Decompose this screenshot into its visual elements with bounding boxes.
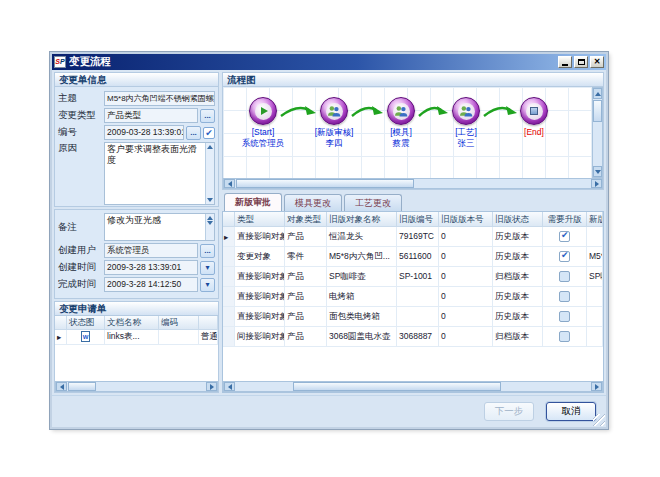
table-row[interactable]: 直接影响对象 产品 面包类电烤箱 0 历史版本 bbox=[223, 307, 603, 327]
flow-chart-canvas[interactable]: [Start] 系统管理员 bbox=[223, 87, 592, 178]
creator-ellipsis-button[interactable]: ... bbox=[200, 244, 215, 258]
reason-textarea[interactable]: 客户要求调整表面光滑度 bbox=[104, 142, 215, 205]
maximize-button[interactable] bbox=[574, 56, 588, 68]
request-table-hscrollbar[interactable] bbox=[55, 381, 218, 392]
cell-old-no: 3068887 bbox=[397, 327, 439, 347]
scroll-right-button[interactable] bbox=[206, 382, 217, 391]
scroll-left-button[interactable] bbox=[224, 382, 235, 391]
cell-new: M5*8 bbox=[587, 247, 603, 267]
flow-and-detail-panel: 流程图 bbox=[222, 72, 604, 393]
remark-scrollbar[interactable] bbox=[205, 214, 214, 240]
cell-old-ver: 0 bbox=[439, 307, 493, 327]
finish-time-input[interactable]: 2009-3-28 14:12:50 bbox=[104, 277, 198, 292]
cell-type: 直接影响对象 bbox=[235, 267, 285, 287]
button-bar: 下一步 取消 bbox=[52, 395, 606, 427]
header-type[interactable]: 类型 bbox=[235, 212, 285, 227]
upgrade-checkbox[interactable] bbox=[559, 251, 570, 262]
header-indicator bbox=[223, 212, 235, 227]
flow-hscrollbar[interactable] bbox=[223, 178, 603, 189]
upgrade-checkbox[interactable] bbox=[559, 271, 570, 282]
scrollbar-thumb[interactable] bbox=[293, 382, 501, 391]
header-old-name[interactable]: 旧版对象名称 bbox=[327, 212, 397, 227]
header-extra[interactable] bbox=[199, 316, 218, 330]
upgrade-checkbox[interactable] bbox=[559, 331, 570, 342]
flow-vscrollbar[interactable] bbox=[592, 87, 603, 178]
flow-node-start[interactable]: [Start] 系统管理员 bbox=[231, 97, 295, 148]
scroll-up-button[interactable] bbox=[593, 88, 602, 99]
create-time-label: 创建时间 bbox=[58, 261, 102, 274]
scrollbar-thumb[interactable] bbox=[236, 179, 414, 188]
create-time-input[interactable]: 2009-3-28 13:39:01 bbox=[104, 260, 198, 275]
request-table-row[interactable]: ▸ W links表... 普通 bbox=[55, 330, 218, 345]
scroll-up-icon[interactable] bbox=[207, 145, 213, 149]
tab-new-version-approval[interactable]: 新版审批 bbox=[224, 193, 282, 211]
tab-mold-change[interactable]: 模具更改 bbox=[284, 194, 342, 211]
header-doc-name[interactable]: 文档名称 bbox=[105, 316, 159, 330]
flow-node-mold[interactable]: [模具] 蔡震 bbox=[369, 97, 433, 148]
header-old-no[interactable]: 旧版编号 bbox=[397, 212, 439, 227]
flow-node-review[interactable]: [新版审核] 李四 bbox=[302, 97, 366, 148]
cancel-button[interactable]: 取消 bbox=[546, 402, 596, 421]
next-button[interactable]: 下一步 bbox=[484, 402, 534, 421]
number-input[interactable]: 2009-03-28 13:39:01 bbox=[104, 125, 184, 140]
flow-node-craft[interactable]: [工艺] 张三 bbox=[434, 97, 498, 148]
header-old-status[interactable]: 旧版状态 bbox=[493, 212, 543, 227]
scroll-left-button[interactable] bbox=[56, 382, 67, 391]
create-time-dropdown-button[interactable]: ▾ bbox=[200, 261, 215, 275]
flow-node-end[interactable]: [End] bbox=[502, 97, 566, 138]
header-obj-type[interactable]: 对象类型 bbox=[285, 212, 327, 227]
upgrade-checkbox[interactable] bbox=[559, 231, 570, 242]
number-checkbox[interactable]: ✔ bbox=[203, 127, 215, 139]
scrollbar-thumb[interactable] bbox=[68, 382, 96, 391]
header-status-image[interactable]: 状态图 bbox=[67, 316, 105, 330]
header-new[interactable]: 新版 bbox=[587, 212, 603, 227]
scroll-down-icon[interactable] bbox=[207, 221, 213, 225]
header-need-upgrade[interactable]: 需要升版 bbox=[543, 212, 587, 227]
number-label: 编号 bbox=[58, 126, 102, 139]
scroll-right-button[interactable] bbox=[591, 179, 602, 188]
scroll-right-button[interactable] bbox=[591, 382, 602, 391]
change-type-ellipsis-button[interactable]: ... bbox=[200, 109, 215, 123]
scroll-left-button[interactable] bbox=[224, 179, 235, 188]
table-row[interactable]: 间接影响对象 产品 3068圆盖电水壶 3068887 0 归档版本 bbox=[223, 327, 603, 347]
change-type-input[interactable]: 产品类型 bbox=[104, 108, 198, 123]
cell-old-status: 历史版本 bbox=[493, 287, 543, 307]
detail-table-hscrollbar[interactable] bbox=[223, 381, 603, 392]
minimize-button[interactable] bbox=[558, 56, 572, 68]
table-row[interactable]: 直接影响对象 产品 SP咖啡壶 SP-1001 0 归档版本 SP咖 bbox=[223, 267, 603, 287]
upgrade-checkbox[interactable] bbox=[559, 291, 570, 302]
reason-scrollbar[interactable] bbox=[205, 143, 214, 204]
cell-type: 间接影响对象 bbox=[235, 327, 285, 347]
cell-new: SP咖 bbox=[587, 267, 603, 287]
cell-old-status: 历史版本 bbox=[493, 247, 543, 267]
scroll-down-icon[interactable] bbox=[207, 198, 213, 202]
table-row[interactable]: ▸ 直接影响对象 产品 恒温龙头 79169TC 0 历史版本 bbox=[223, 227, 603, 247]
change-type-label: 变更类型 bbox=[58, 109, 102, 122]
table-row[interactable]: 直接影响对象 产品 电烤箱 0 历史版本 bbox=[223, 287, 603, 307]
chevron-down-icon: ▾ bbox=[205, 264, 209, 272]
finish-time-dropdown-button[interactable]: ▾ bbox=[200, 278, 215, 292]
resize-grip[interactable] bbox=[593, 414, 605, 426]
cell-old-status: 归档版本 bbox=[493, 327, 543, 347]
node-tag: [End] bbox=[524, 127, 544, 137]
scroll-up-icon[interactable] bbox=[207, 216, 213, 220]
header-old-ver[interactable]: 旧版版本号 bbox=[439, 212, 493, 227]
tab-craft-change[interactable]: 工艺更改 bbox=[344, 194, 402, 211]
users-icon bbox=[327, 105, 341, 117]
header-code[interactable]: 编码 bbox=[159, 316, 199, 330]
subject-input[interactable]: M5*8内六角凹端不锈钢紧固螺钉 bbox=[104, 91, 215, 106]
close-button[interactable]: ✕ bbox=[590, 56, 604, 68]
cell-old-name: SP咖啡壶 bbox=[327, 267, 397, 287]
table-row[interactable]: 变更对象 零件 M5*8内六角凹... 5611600 0 历史版本 M5*8 bbox=[223, 247, 603, 267]
window-title: 变更流程 bbox=[69, 55, 558, 69]
cell-old-name: 3068圆盖电水壶 bbox=[327, 327, 397, 347]
remark-textarea[interactable]: 修改为亚光感 bbox=[104, 213, 215, 241]
scroll-down-button[interactable] bbox=[593, 166, 602, 177]
cell-new bbox=[587, 327, 603, 347]
upgrade-checkbox[interactable] bbox=[559, 311, 570, 322]
scroll-right-icon bbox=[595, 384, 599, 390]
titlebar[interactable]: SP 变更流程 ✕ bbox=[52, 54, 606, 70]
number-ellipsis-button[interactable]: ... bbox=[186, 126, 201, 140]
scrollbar-thumb[interactable] bbox=[593, 100, 602, 122]
creator-input[interactable]: 系统管理员 bbox=[104, 243, 198, 258]
